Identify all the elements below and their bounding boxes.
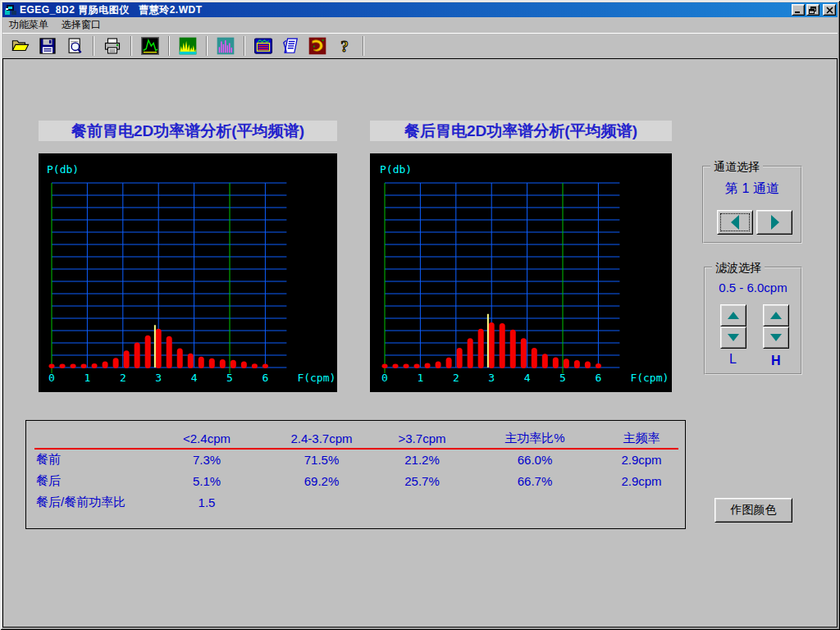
- table-cell: 21.2%: [379, 449, 465, 470]
- toolbar-separator: [363, 36, 364, 56]
- menu-bar: 功能菜单 选择窗口: [2, 17, 838, 33]
- x-axis-label: F(cpm): [630, 372, 669, 384]
- toolbar-separator: [206, 36, 208, 56]
- spectrum-bar: [404, 364, 409, 369]
- post-meal-spectrum-chart: 0123456F(cpm)P(db): [370, 153, 672, 392]
- table-cell: 餐后/餐前功率比: [26, 491, 149, 513]
- waveform-view-icon: [141, 37, 159, 55]
- pre-meal-spectrum-chart: 0123456F(cpm)P(db): [39, 153, 337, 392]
- menu-function[interactable]: 功能菜单: [2, 16, 55, 34]
- spectrum-bar: [468, 338, 473, 368]
- spectrum-bar: [252, 363, 258, 368]
- minimize-button[interactable]: [792, 4, 805, 16]
- toolbar-waveform-button[interactable]: [139, 34, 162, 57]
- spectrum-bar: [553, 357, 559, 368]
- spectrum-bar: [564, 358, 569, 368]
- table-cell: 69.2%: [264, 470, 379, 491]
- peak-frequency-marker: [487, 314, 489, 368]
- spectrum-bar: [521, 338, 527, 368]
- toolbar-table-button[interactable]: [252, 34, 275, 57]
- spectrum-bar: [382, 364, 388, 369]
- toolbar-save-button[interactable]: [36, 34, 59, 57]
- svg-text:?: ?: [340, 38, 349, 55]
- table-cell: 66.7%: [465, 470, 605, 491]
- table-cell: [605, 491, 678, 513]
- spectrum-bar: [393, 364, 399, 369]
- spectrum-bar: [81, 364, 87, 369]
- spectrum-bar: [209, 358, 215, 368]
- spectrum-bar: [532, 348, 537, 368]
- toolbar-report-button[interactable]: [279, 34, 302, 57]
- x-tick-label: 5: [559, 372, 566, 384]
- menu-select-window[interactable]: 选择窗口: [55, 16, 107, 34]
- x-tick-label: 3: [155, 372, 162, 384]
- table-cell: 25.7%: [379, 470, 465, 491]
- table-cell: 2.9cpm: [605, 470, 678, 491]
- spectrum-bar: [500, 323, 505, 368]
- client-area: 餐前胃电2D功率谱分析(平均频谱) 餐后胃电2D功率谱分析(平均频谱) 0123…: [2, 58, 838, 628]
- toolbar-separator: [93, 36, 94, 56]
- results-table: <2.4cpm2.4-3.7cpm>3.7cpm主功率比%主频率餐前7.3%71…: [26, 421, 685, 513]
- channel-value: 第 1 通道: [704, 180, 801, 198]
- filter-high-down-button[interactable]: [763, 326, 789, 349]
- x-tick-label: 0: [381, 372, 388, 384]
- table-header-divider: [34, 448, 678, 450]
- plot-color-button[interactable]: 作图颜色: [714, 498, 792, 523]
- toolbar: ?: [2, 33, 838, 58]
- open-file-icon: [11, 37, 30, 55]
- spectrum-bar: [574, 360, 580, 368]
- table-cell: [465, 491, 605, 513]
- toolbar-help-button[interactable]: ?: [333, 34, 356, 57]
- toolbar-spectrum-3d-button[interactable]: [176, 34, 199, 57]
- x-tick-label: 1: [417, 372, 423, 384]
- minimize-icon: [794, 7, 802, 14]
- toolbar-organ-map-button[interactable]: [306, 34, 329, 57]
- y-axis-label: P(db): [380, 163, 412, 176]
- x-tick-label: 2: [120, 372, 126, 384]
- close-button[interactable]: [823, 4, 836, 16]
- restore-button[interactable]: [806, 4, 819, 16]
- organ-map-view-icon: [308, 37, 326, 55]
- app-icon[interactable]: [4, 3, 17, 16]
- table-header-cell: [26, 427, 149, 449]
- spectrum-bar: [425, 363, 431, 368]
- toolbar-open-button[interactable]: [9, 34, 32, 57]
- post-meal-spectrum-plot: 0123456F(cpm)P(db): [370, 153, 672, 392]
- filter-low-down-button[interactable]: [720, 326, 746, 349]
- spectrum-bar: [220, 359, 226, 368]
- table-header-cell: 2.4-3.7cpm: [264, 427, 379, 449]
- pre-meal-spectrum-plot: 0123456F(cpm)P(db): [39, 153, 337, 392]
- filter-low-up-button[interactable]: [720, 304, 746, 326]
- spectrum-3d-view-icon: [179, 37, 197, 55]
- window-title: EGEG_8D2 胃肠电图仪 曹慧玲2.WDT: [20, 3, 203, 17]
- arrow-up-icon: [770, 312, 782, 319]
- x-tick-label: 2: [453, 372, 459, 384]
- filter-select-groupbox: 滤波选择 0.5 - 6.0cpm L H: [704, 267, 802, 375]
- spectrum-bar: [231, 360, 236, 368]
- table-header-cell: >3.7cpm: [379, 427, 465, 449]
- report-view-icon: [281, 37, 299, 55]
- spectrum-bar: [145, 336, 151, 368]
- table-view-icon: [254, 37, 272, 55]
- table-cell: 餐前: [26, 449, 149, 470]
- toolbar-print-button[interactable]: [101, 34, 124, 57]
- channel-prev-button[interactable]: [717, 210, 753, 235]
- filter-high-up-button[interactable]: [763, 304, 789, 326]
- toolbar-print-preview-button[interactable]: [63, 34, 86, 57]
- spectrum-bar: [135, 342, 140, 368]
- spectrum-bar: [489, 322, 495, 368]
- x-axis-label: F(cpm): [297, 372, 336, 384]
- spectrum-bar: [156, 329, 162, 368]
- table-cell: 66.0%: [465, 449, 605, 470]
- post-meal-chart-title: 餐后胃电2D功率谱分析(平均频谱): [370, 121, 672, 141]
- arrow-up-icon: [728, 312, 739, 319]
- channel-select-groupbox: 通道选择 第 1 通道: [702, 166, 802, 244]
- toolbar-bar-spectrum-button[interactable]: [214, 34, 237, 57]
- title-bar: EGEG_8D2 胃肠电图仪 曹慧玲2.WDT: [2, 2, 838, 17]
- arrow-down-icon: [728, 334, 739, 341]
- channel-next-button[interactable]: [756, 210, 792, 235]
- x-tick-label: 4: [524, 372, 531, 384]
- arrow-down-icon: [770, 334, 782, 341]
- print-icon: [103, 37, 121, 55]
- spectrum-bar: [478, 329, 484, 368]
